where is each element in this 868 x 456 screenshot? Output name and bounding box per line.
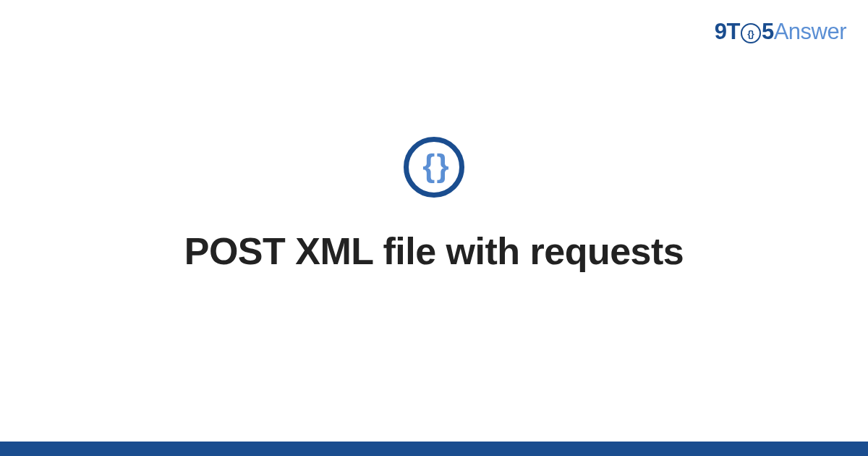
footer-accent-bar bbox=[0, 442, 868, 456]
braces-glyph: { } bbox=[422, 150, 445, 182]
page-title: POST XML file with requests bbox=[184, 229, 684, 273]
code-braces-icon: { } bbox=[404, 137, 464, 198]
main-content: { } POST XML file with requests bbox=[0, 0, 868, 433]
